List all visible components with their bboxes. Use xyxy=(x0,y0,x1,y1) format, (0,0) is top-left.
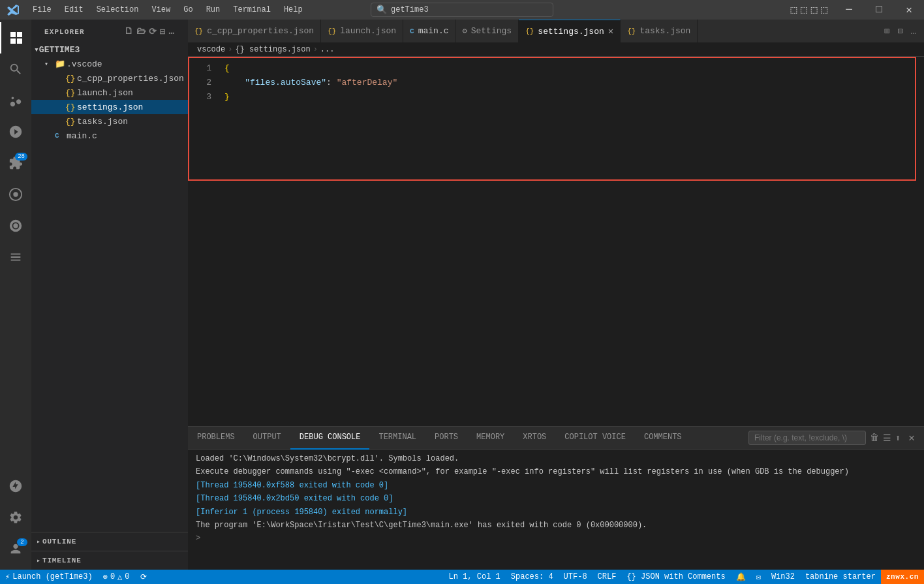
layout-icons: ⬚ ⬚ ⬚ ⬚ xyxy=(784,3,834,16)
breadcrumb-more[interactable]: ... xyxy=(320,45,335,54)
panel-tab-comments[interactable]: COMMENTS xyxy=(635,427,691,450)
project-root[interactable]: ▾ GETTIME3 xyxy=(31,42,188,57)
menu-help[interactable]: Help xyxy=(277,0,309,20)
panel-tab-ports[interactable]: PORTS xyxy=(425,427,467,450)
tab-settings[interactable]: ⚙ Settings xyxy=(455,20,519,42)
open-editors-icon[interactable]: ⊞ xyxy=(882,24,892,38)
debug-label: Launch (getTime3) xyxy=(12,572,92,581)
panel-tab-output[interactable]: OUTPUT xyxy=(244,427,290,450)
breadcrumb-file[interactable]: {} settings.json xyxy=(235,45,310,54)
activity-source-control-bottom[interactable] xyxy=(0,470,31,502)
minimize-button[interactable]: ─ xyxy=(834,0,864,20)
panel-tab-xrtos[interactable]: XRTOS xyxy=(514,427,555,450)
tab-main-c[interactable]: C main.c xyxy=(403,20,455,42)
vscode-folder[interactable]: ▾ 📁 .vscode xyxy=(31,57,188,71)
collapse-all-icon[interactable]: ⊟ xyxy=(160,26,166,37)
outline-header[interactable]: ▸ OUTLINE xyxy=(31,535,188,548)
tab-tasks-json[interactable]: {} tasks.json xyxy=(621,20,698,42)
file-launch-json[interactable]: {} launch.json xyxy=(31,85,188,100)
tab-launch-json[interactable]: {} launch.json xyxy=(321,20,403,42)
split-editor-icon[interactable]: ⊟ xyxy=(895,24,905,38)
console-line-5: [Inferior 1 (process 195840) exited norm… xyxy=(188,506,924,519)
activity-account[interactable]: 2 xyxy=(0,533,31,564)
menu-terminal[interactable]: Terminal xyxy=(226,0,277,20)
tab-settings-json[interactable]: {} settings.json ✕ xyxy=(519,20,621,42)
more-actions-icon[interactable]: … xyxy=(168,26,175,37)
code-editor[interactable]: 1 2 3 { "files.autoSave": "afterDelay" } xyxy=(188,57,924,426)
timeline-header[interactable]: ▸ TIMELINE xyxy=(31,554,188,567)
menu-run[interactable]: Run xyxy=(200,0,227,20)
encoding-status[interactable]: UTF-8 xyxy=(559,570,593,584)
editor-area: {} c_cpp_properties.json {} launch.json … xyxy=(188,20,924,570)
cursor-pos-label: Ln 1, Col 1 xyxy=(449,572,501,581)
panel-tab-problems[interactable]: PROBLEMS xyxy=(188,427,244,450)
file-settings-json[interactable]: {} settings.json xyxy=(31,100,188,114)
menu-edit[interactable]: Edit xyxy=(58,0,90,20)
refresh-icon[interactable]: ⟳ xyxy=(149,26,157,37)
more-tabs-icon[interactable]: … xyxy=(908,25,919,38)
menu-file[interactable]: File xyxy=(26,0,58,20)
console-prompt[interactable]: > xyxy=(188,532,924,545)
notifications-status[interactable]: 🔔 xyxy=(731,570,751,584)
activity-settings[interactable] xyxy=(0,502,31,533)
panel-tab-terminal[interactable]: TERMINAL xyxy=(369,427,425,450)
scroll-up-icon[interactable]: ⬆ xyxy=(895,433,901,444)
panel-filter: 🗑 ☰ ⬆ ✕ xyxy=(743,431,924,445)
tab-icon: {} xyxy=(525,27,534,35)
activity-explorer[interactable] xyxy=(0,22,31,54)
error-status[interactable]: ⊗ 0 △ 0 xyxy=(98,570,135,584)
menu-selection[interactable]: Selection xyxy=(90,0,146,20)
language-mode[interactable]: {} JSON with Comments xyxy=(621,570,730,584)
tab-label: Settings xyxy=(471,26,512,36)
breadcrumb-vscode[interactable]: vscode xyxy=(197,45,225,54)
error-count: 0 xyxy=(110,572,115,581)
tabnine-status[interactable]: tabnine starter xyxy=(800,570,881,584)
panel-tab-debug-console[interactable]: DEBUG CONSOLE xyxy=(290,427,370,450)
debug-status[interactable]: ⚡ Launch (getTime3) xyxy=(0,570,98,584)
activity-remote[interactable] xyxy=(0,179,31,210)
indent-status[interactable]: Spaces: 4 xyxy=(506,570,559,584)
tab-close-icon[interactable]: ✕ xyxy=(608,27,613,36)
titlebar-left: File Edit Selection View Go Run Terminal… xyxy=(0,0,309,20)
line-ending-status[interactable]: CRLF xyxy=(593,570,622,584)
activity-run-debug[interactable] xyxy=(0,116,31,147)
os-status[interactable]: Win32 xyxy=(766,570,800,584)
cursor-position[interactable]: Ln 1, Col 1 xyxy=(444,570,506,584)
titlebar-search[interactable]: 🔍 getTime3 xyxy=(371,3,553,17)
code-content[interactable]: { "files.autoSave": "afterDelay" } xyxy=(219,57,924,426)
tab-actions: ⊞ ⊟ … xyxy=(876,20,924,42)
new-file-icon[interactable]: 🗋 xyxy=(124,26,134,37)
panel-close-button[interactable]: ✕ xyxy=(904,431,919,444)
menu-view[interactable]: View xyxy=(145,0,177,20)
panel-filter-input[interactable] xyxy=(748,431,866,445)
wrap-lines-icon[interactable]: ☰ xyxy=(883,433,891,444)
new-folder-icon[interactable]: 🗁 xyxy=(136,26,146,37)
panel-tab-memory[interactable]: MEMORY xyxy=(467,427,514,450)
tab-c-cpp-properties[interactable]: {} c_cpp_properties.json xyxy=(188,20,321,42)
close-button[interactable]: ✕ xyxy=(894,0,924,20)
panel-tab-copilot[interactable]: COPILOT VOICE xyxy=(555,427,635,450)
layout-icon-1[interactable]: ⬚ xyxy=(790,3,797,16)
chevron-right-icon: ▸ xyxy=(37,557,41,564)
file-main-c[interactable]: C main.c xyxy=(31,129,188,143)
breadcrumb-sep: › xyxy=(228,45,232,54)
maximize-button[interactable]: □ xyxy=(864,0,894,20)
activity-docker[interactable] xyxy=(0,241,31,273)
remote-status[interactable]: ✉ xyxy=(751,570,766,584)
status-right: Ln 1, Col 1 Spaces: 4 UTF-8 CRLF {} JSON… xyxy=(444,570,924,584)
activity-copilot[interactable] xyxy=(0,210,31,241)
activity-extensions[interactable]: 28 xyxy=(0,147,31,179)
layout-icon-3[interactable]: ⬚ xyxy=(811,3,818,16)
menu-go[interactable]: Go xyxy=(177,0,199,20)
file-tree: ▾ GETTIME3 ▾ 📁 .vscode {} c_cpp_properti… xyxy=(31,41,188,532)
layout-icon-4[interactable]: ⬚ xyxy=(821,3,827,16)
encoding-label: UTF-8 xyxy=(564,572,587,581)
clear-filter-icon[interactable]: 🗑 xyxy=(870,433,879,443)
vscode-icon xyxy=(0,0,26,20)
activity-source-control[interactable] xyxy=(0,85,31,116)
file-c-cpp-properties[interactable]: {} c_cpp_properties.json xyxy=(31,71,188,85)
layout-icon-2[interactable]: ⬚ xyxy=(801,3,807,16)
file-tasks-json[interactable]: {} tasks.json xyxy=(31,114,188,129)
activity-search[interactable] xyxy=(0,54,31,85)
sync-status[interactable]: ⟳ xyxy=(135,570,152,584)
